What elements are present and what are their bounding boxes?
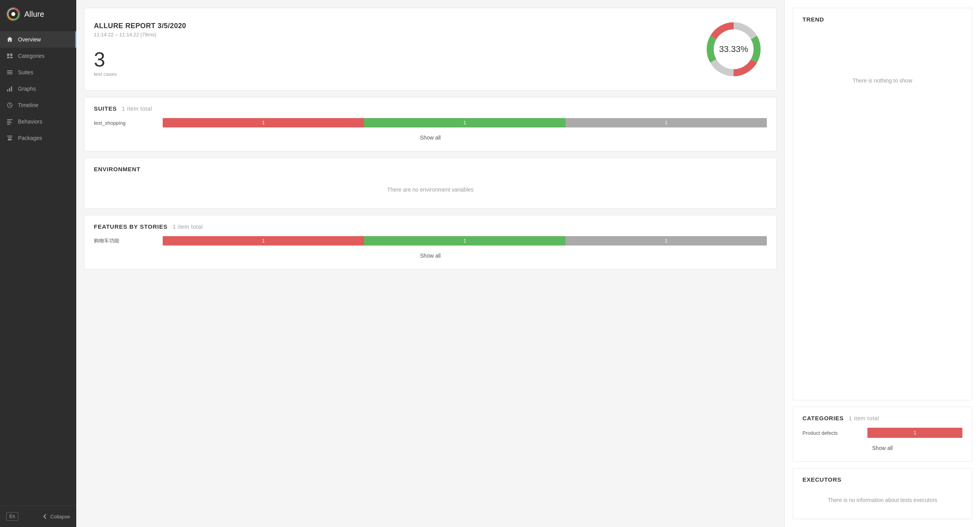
test-count-label: test cases [94, 71, 689, 77]
executors-empty: There is no information about tests exec… [802, 489, 962, 511]
trend-title: TREND [802, 16, 824, 23]
svg-rect-17 [7, 136, 13, 136]
sidebar-item-overview[interactable]: Overview [0, 31, 76, 48]
report-time: 11:14:22 – 11:14:22 (78ms) [94, 32, 689, 38]
main-content: ALLURE REPORT 3/5/2020 11:14:22 – 11:14:… [76, 0, 980, 527]
sidebar-item-graphs[interactable]: Graphs [0, 81, 76, 97]
suites-subtitle: 1 item total [122, 106, 152, 112]
svg-rect-4 [7, 57, 9, 58]
svg-rect-8 [7, 73, 13, 74]
suite-bar-track: 1 1 1 [163, 118, 767, 127]
features-subtitle: 1 item total [172, 224, 203, 230]
language-badge[interactable]: En [6, 512, 18, 521]
chevron-left-icon [42, 514, 48, 519]
environment-card: ENVIRONMENT There are no environment var… [84, 158, 777, 209]
svg-rect-10 [9, 88, 10, 91]
collapse-button[interactable]: Collapse [42, 514, 70, 520]
left-panel: ALLURE REPORT 3/5/2020 11:14:22 – 11:14:… [76, 0, 784, 527]
features-show-all-row: Show all [94, 250, 767, 261]
allure-logo [6, 7, 20, 21]
category-bar-red: 1 [867, 428, 962, 438]
suite-bar-green: 1 [364, 118, 565, 127]
features-header: FEATURES BY STORIES 1 item total [94, 223, 767, 230]
sidebar-item-categories[interactable]: Categories [0, 48, 76, 64]
donut-chart: 33.33% [700, 16, 767, 82]
categories-header: CATEGORIES 1 item total [802, 415, 962, 421]
report-info: ALLURE REPORT 3/5/2020 11:14:22 – 11:14:… [94, 22, 689, 77]
features-card: FEATURES BY STORIES 1 item total 购物车功能 1… [84, 215, 777, 269]
environment-title: ENVIRONMENT [94, 166, 140, 172]
timeline-icon [6, 102, 13, 109]
svg-rect-14 [7, 121, 11, 122]
categories-show-all-button[interactable]: Show all [866, 443, 899, 454]
suites-icon [6, 69, 13, 76]
sidebar-footer: En Collapse [0, 505, 76, 527]
suite-label: test_shopping [94, 120, 156, 126]
categories-title: CATEGORIES [802, 415, 844, 421]
sidebar-label-suites: Suites [18, 69, 33, 75]
report-header-card: ALLURE REPORT 3/5/2020 11:14:22 – 11:14:… [84, 8, 777, 91]
executors-header: EXECUTORS [802, 476, 962, 483]
trend-header: TREND [802, 16, 962, 23]
features-title: FEATURES BY STORIES [94, 223, 167, 230]
categories-section: CATEGORIES 1 item total Product defects … [793, 407, 972, 462]
app-title: Allure [24, 10, 44, 19]
svg-point-1 [11, 12, 15, 16]
svg-rect-9 [7, 90, 8, 91]
feature-bar-track: 1 1 1 [163, 236, 767, 246]
suites-show-all-button[interactable]: Show all [414, 132, 447, 143]
sidebar-label-graphs: Graphs [18, 86, 36, 92]
features-show-all-button[interactable]: Show all [414, 250, 447, 261]
sidebar-label-overview: Overview [18, 36, 41, 43]
trend-empty: There is nothing to show [802, 70, 962, 91]
suite-bar-row: test_shopping 1 1 1 [94, 118, 767, 127]
feature-bar-gray: 1 [565, 236, 767, 246]
svg-rect-3 [10, 54, 13, 56]
categories-icon [6, 52, 13, 59]
suite-bar-red: 1 [163, 118, 364, 127]
svg-rect-7 [7, 72, 13, 73]
svg-rect-15 [7, 122, 12, 123]
category-bar-track: 1 [867, 428, 962, 438]
svg-rect-11 [11, 86, 12, 91]
executors-section: EXECUTORS There is no information about … [793, 468, 972, 519]
suites-card: SUITES 1 item total test_shopping 1 1 1 … [84, 97, 777, 151]
sidebar-header: Allure [0, 0, 76, 28]
environment-empty: There are no environment variables [94, 179, 767, 201]
feature-bar-row: 购物车功能 1 1 1 [94, 236, 767, 246]
right-panel: TREND There is nothing to show CATEGORIE… [784, 0, 980, 527]
report-title: ALLURE REPORT 3/5/2020 [94, 22, 689, 30]
sidebar-label-timeline: Timeline [18, 102, 38, 108]
svg-rect-19 [8, 139, 12, 140]
categories-subtitle: 1 item total [849, 415, 879, 421]
sidebar-nav: Overview Categories [0, 28, 76, 505]
packages-icon [6, 134, 13, 142]
sidebar-item-packages[interactable]: Packages [0, 130, 76, 146]
sidebar-label-categories: Categories [18, 53, 45, 59]
category-label: Product defects [802, 430, 861, 436]
test-count-section: 3 test cases [94, 49, 689, 77]
sidebar-item-suites[interactable]: Suites [0, 64, 76, 81]
suites-title: SUITES [94, 105, 117, 112]
svg-rect-6 [7, 70, 13, 71]
test-count-number: 3 [94, 49, 689, 70]
suites-header: SUITES 1 item total [94, 105, 767, 112]
behaviors-icon [6, 118, 13, 125]
svg-rect-2 [7, 54, 9, 56]
sidebar-label-behaviors: Behaviors [18, 118, 42, 125]
donut-percent: 33.33% [719, 44, 748, 54]
feature-label: 购物车功能 [94, 237, 156, 244]
categories-show-all-row: Show all [802, 443, 962, 454]
svg-rect-5 [10, 57, 13, 58]
environment-header: ENVIRONMENT [94, 166, 767, 172]
trend-section: TREND There is nothing to show [793, 8, 972, 400]
svg-rect-16 [7, 124, 10, 125]
sidebar: Allure Overview Categories [0, 0, 76, 527]
collapse-label: Collapse [50, 514, 70, 520]
suites-show-all-row: Show all [94, 132, 767, 143]
graphs-icon [6, 85, 13, 92]
svg-rect-13 [7, 119, 13, 120]
sidebar-item-timeline[interactable]: Timeline [0, 97, 76, 113]
feature-bar-green: 1 [364, 236, 565, 246]
sidebar-item-behaviors[interactable]: Behaviors [0, 113, 76, 130]
